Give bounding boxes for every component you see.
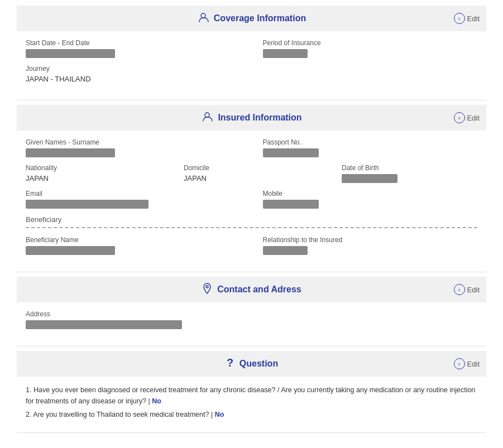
contact-icon xyxy=(202,282,213,297)
mobile-bar xyxy=(263,200,319,209)
svg-point-1 xyxy=(205,113,209,117)
passport-label: Passport No. xyxy=(263,138,478,146)
mobile-field: Mobile xyxy=(263,190,478,209)
start-end-date-field: Start Date - End Date xyxy=(26,39,241,58)
given-names-bar xyxy=(26,148,115,157)
beneficiary-name-bar xyxy=(26,246,115,255)
mobile-label: Mobile xyxy=(263,190,478,197)
given-names-field: Given Names - Surname xyxy=(26,138,241,157)
svg-point-2 xyxy=(206,286,208,288)
coverage-edit-back-icon: ‹ xyxy=(454,13,465,24)
domicile-value: JAPAN xyxy=(184,174,319,182)
question-body: 1. Have you ever been diagnosed or recei… xyxy=(17,377,486,433)
beneficiary-name-label: Beneficiary Name xyxy=(26,236,241,244)
question-title: ? Question xyxy=(225,357,278,371)
dob-bar xyxy=(342,174,397,183)
dob-label: Date of Birth xyxy=(342,164,477,172)
given-names-label: Given Names - Surname xyxy=(26,138,241,146)
question-edit-button[interactable]: ‹ Edit xyxy=(454,358,480,369)
coverage-header: Coverage Information ‹ Edit xyxy=(17,6,486,31)
question-icon: ? xyxy=(225,357,235,371)
contact-row-1: Address xyxy=(26,310,477,329)
coverage-section: Coverage Information ‹ Edit Start Date -… xyxy=(17,6,486,100)
insured-row-4: Beneficiary Name Relationship to the Ins… xyxy=(26,236,477,255)
journey-value: JAPAN - THAILAND xyxy=(26,75,477,83)
question-item-2: 2. Are you travelling to Thailand to see… xyxy=(26,409,477,420)
contact-title: Contact and Adress xyxy=(202,282,301,297)
email-field: Email xyxy=(26,190,241,209)
insured-row-1: Given Names - Surname Passport No. xyxy=(26,138,477,157)
insured-row-2: Nationality JAPAN Domicile JAPAN Date of… xyxy=(26,164,477,183)
insured-icon xyxy=(201,110,213,125)
question-edit-back-icon: ‹ xyxy=(454,358,465,369)
coverage-row-2: Journey JAPAN - THAILAND xyxy=(26,65,477,83)
contact-edit-button[interactable]: ‹ Edit xyxy=(454,284,480,295)
domicile-field: Domicile JAPAN xyxy=(184,164,319,183)
period-of-insurance-field: Period of Insurance xyxy=(263,39,478,58)
nationality-value: JAPAN xyxy=(26,174,161,182)
period-bar xyxy=(263,49,308,58)
contact-body: Address xyxy=(17,302,486,346)
domicile-label: Domicile xyxy=(184,164,319,172)
beneficiary-divider xyxy=(26,227,477,228)
journey-field: Journey JAPAN - THAILAND xyxy=(26,65,477,83)
insured-title: Insured Information xyxy=(201,110,301,125)
beneficiary-label: Beneficiary xyxy=(26,215,477,224)
period-label: Period of Insurance xyxy=(263,39,478,47)
insured-section: Insured Information ‹ Edit Given Names -… xyxy=(17,105,486,272)
question-1-answer: No xyxy=(152,397,161,405)
nationality-field: Nationality JAPAN xyxy=(26,164,161,183)
question-item-1: 1. Have you ever been diagnosed or recei… xyxy=(26,384,477,407)
coverage-title: Coverage Information xyxy=(197,11,306,26)
question-header: ? Question ‹ Edit xyxy=(17,351,486,377)
beneficiary-name-field: Beneficiary Name xyxy=(26,236,241,255)
journey-label: Journey xyxy=(26,65,477,73)
relationship-bar xyxy=(263,246,308,255)
insured-row-3: Email Mobile xyxy=(26,190,477,209)
contact-section: Contact and Adress ‹ Edit Address xyxy=(17,277,486,346)
coverage-row-1: Start Date - End Date Period of Insuranc… xyxy=(26,39,477,58)
address-field: Address xyxy=(26,310,477,329)
passport-bar xyxy=(263,148,319,157)
coverage-icon xyxy=(197,11,209,26)
question-2-answer: No xyxy=(215,411,224,418)
date-of-birth-field: Date of Birth xyxy=(342,164,477,183)
relationship-label: Relationship to the Insured xyxy=(263,236,478,244)
question-section: ? Question ‹ Edit 1. Have you ever been … xyxy=(17,351,486,433)
insured-edit-button[interactable]: ‹ Edit xyxy=(454,112,480,123)
nationality-label: Nationality xyxy=(26,164,161,172)
address-bar xyxy=(26,320,182,329)
start-end-date-label: Start Date - End Date xyxy=(26,39,241,47)
svg-point-0 xyxy=(201,13,205,18)
passport-field: Passport No. xyxy=(263,138,478,157)
email-bar xyxy=(26,200,148,209)
contact-header: Contact and Adress ‹ Edit xyxy=(17,277,486,302)
insured-edit-back-icon: ‹ xyxy=(454,112,465,123)
contact-edit-back-icon: ‹ xyxy=(454,284,465,295)
insured-header: Insured Information ‹ Edit xyxy=(17,105,486,131)
coverage-body: Start Date - End Date Period of Insuranc… xyxy=(17,31,486,100)
insured-body: Given Names - Surname Passport No. Natio… xyxy=(17,131,486,272)
start-end-date-bar xyxy=(26,49,115,58)
address-label: Address xyxy=(26,310,477,318)
email-label: Email xyxy=(26,190,241,197)
svg-text:?: ? xyxy=(227,357,233,369)
relationship-field: Relationship to the Insured xyxy=(263,236,478,255)
coverage-edit-button[interactable]: ‹ Edit xyxy=(454,13,480,24)
